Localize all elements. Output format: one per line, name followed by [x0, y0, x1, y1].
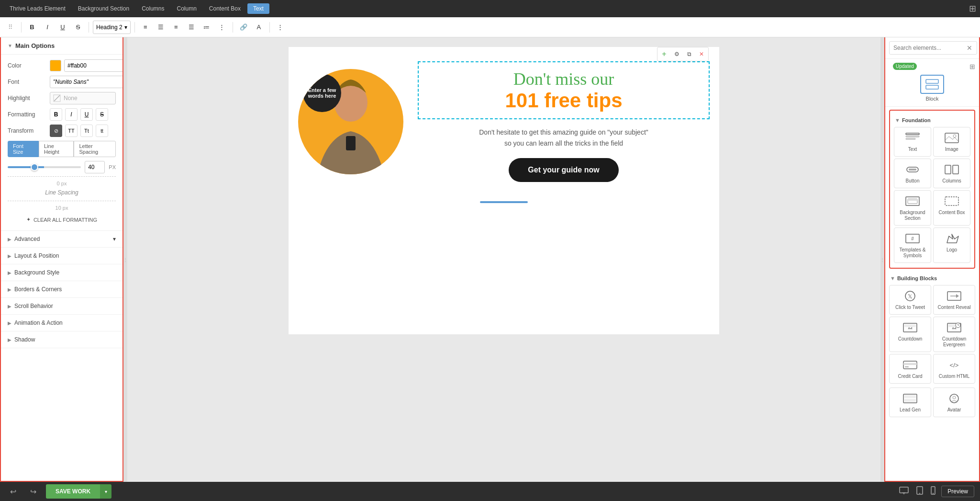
animation-action-header[interactable]: ▶ Animation & Action: [1, 315, 122, 331]
element-card-text[interactable]: Text: [894, 127, 931, 157]
editor-toolbar: ⠿ B I U S Heading 2 ▾ ≡ ☰ ≡ ☰ ≔ ⋮ 🔗 A ⋮: [0, 17, 980, 37]
format-bold-btn[interactable]: B: [50, 108, 62, 121]
nav-columns[interactable]: Columns: [136, 3, 170, 14]
preview-button[interactable]: Preview: [941, 486, 974, 497]
text-add-btn[interactable]: +: [659, 49, 669, 59]
scroll-behavior-header[interactable]: ▶ Scroll Behavior: [1, 298, 122, 314]
element-card-click-tweet[interactable]: 𝕏 Click to Tweet: [889, 285, 931, 315]
align-right-button[interactable]: ≡: [169, 21, 183, 34]
image-element-label: Image: [945, 147, 958, 152]
svg-rect-43: [900, 487, 908, 493]
font-size-unit: PX: [109, 164, 116, 170]
line-height-tab[interactable]: Line Height: [39, 141, 74, 157]
redo-button[interactable]: ↪: [26, 484, 40, 499]
nav-content-box[interactable]: Content Box: [203, 3, 246, 14]
list-ol-button[interactable]: ⋮: [215, 21, 229, 34]
circle-image: Enter a few words here: [298, 69, 403, 174]
search-elements-input[interactable]: [889, 41, 977, 55]
color-input[interactable]: [64, 59, 123, 72]
align-center-button[interactable]: ☰: [154, 21, 167, 34]
right-resize-handle[interactable]: ⋮: [880, 37, 884, 482]
block-icon-section: Block: [885, 72, 979, 107]
letter-spacing-tab[interactable]: Letter Spacing: [74, 141, 116, 157]
svg-line-0: [54, 95, 60, 101]
format-strikethrough-btn[interactable]: S: [96, 108, 108, 121]
svg-text:</>: </>: [950, 362, 959, 369]
save-work-button[interactable]: SAVE WORK: [46, 484, 100, 499]
click-tweet-icon: 𝕏: [902, 289, 919, 303]
svg-rect-13: [909, 169, 916, 171]
text-settings-btn[interactable]: ⚙: [671, 49, 682, 59]
text-box-selected[interactable]: + ⚙ ⧉ ✕ Don't miss our 101 free tips: [418, 61, 710, 119]
search-clear-icon[interactable]: ✕: [967, 44, 972, 52]
advanced-header[interactable]: ▶ Advanced ▾: [1, 231, 122, 247]
nav-expand-icon[interactable]: ⊞: [969, 3, 976, 14]
nav-text[interactable]: Text: [247, 3, 269, 14]
no-highlight-icon: [53, 94, 61, 102]
font-size-slider[interactable]: [8, 166, 81, 168]
spacing-top-line: [8, 176, 116, 177]
panel-collapse-arrow[interactable]: ▼: [8, 43, 12, 48]
layout-position-header[interactable]: ▶ Layout & Position: [1, 248, 122, 264]
save-work-dropdown-button[interactable]: ▾: [100, 484, 111, 499]
align-left-button[interactable]: ≡: [139, 21, 152, 34]
svg-rect-14: [945, 165, 951, 174]
desktop-view-button[interactable]: [897, 485, 911, 498]
cta-button[interactable]: Get your guide now: [509, 158, 618, 182]
extra2-icon: [946, 392, 963, 405]
block-icon[interactable]: [920, 75, 944, 94]
element-card-extra2[interactable]: Avatar: [933, 387, 975, 417]
mobile-view-button[interactable]: [929, 484, 937, 499]
element-card-credit-card[interactable]: Credit Card: [889, 354, 931, 384]
color-button[interactable]: A: [252, 21, 266, 34]
borders-corners-header[interactable]: ▶ Borders & Corners: [1, 281, 122, 297]
italic-button[interactable]: I: [41, 21, 54, 34]
expand-icon[interactable]: ⊞: [969, 63, 975, 70]
element-card-button[interactable]: Button: [894, 159, 931, 188]
element-card-content-reveal[interactable]: Content Reveal: [933, 285, 975, 315]
text-delete-btn[interactable]: ✕: [696, 49, 707, 59]
tablet-view-button[interactable]: [914, 484, 925, 499]
element-card-background[interactable]: Background Section: [894, 190, 931, 226]
element-card-image[interactable]: Image: [933, 127, 970, 157]
background-style-header[interactable]: ▶ Background Style: [1, 264, 122, 281]
element-card-custom-html[interactable]: </> Custom HTML: [933, 354, 975, 384]
transform-uppercase-btn[interactable]: TT: [65, 125, 78, 137]
left-resize-handle[interactable]: ⋮: [123, 37, 127, 482]
underline-button[interactable]: U: [56, 21, 69, 34]
align-justify-button[interactable]: ☰: [185, 21, 198, 34]
element-card-extra1[interactable]: Lead Gen: [889, 387, 931, 417]
more-options-button[interactable]: ⋮: [274, 21, 287, 34]
transform-none-btn[interactable]: ⊘: [50, 125, 62, 137]
svg-rect-6: [926, 85, 938, 89]
list-ul-button[interactable]: ≔: [200, 21, 213, 34]
text-copy-btn[interactable]: ⧉: [684, 49, 694, 59]
element-card-templates[interactable]: # Templates & Symbols: [894, 228, 931, 263]
strikethrough-button[interactable]: S: [71, 21, 85, 34]
element-card-logo[interactable]: Logo: [933, 228, 970, 263]
transform-capitalize-btn[interactable]: Tt: [80, 125, 93, 137]
heading-select[interactable]: Heading 2 ▾: [93, 21, 131, 34]
element-card-content-box[interactable]: Content Box: [933, 190, 970, 226]
element-card-countdown[interactable]: 12 Countdown: [889, 317, 931, 352]
nav-column[interactable]: Column: [171, 3, 202, 14]
format-underline-btn[interactable]: U: [80, 108, 93, 121]
circle-overlay-text[interactable]: Enter a few words here: [303, 74, 341, 112]
nav-thrive-leads[interactable]: Thrive Leads Element: [4, 3, 71, 14]
font-size-input[interactable]: [85, 161, 105, 173]
bold-button[interactable]: B: [25, 21, 39, 34]
clear-formatting-button[interactable]: ✦ CLEAR ALL FORMATTING: [8, 214, 116, 226]
color-swatch[interactable]: [50, 60, 61, 71]
element-card-countdown-evergreen[interactable]: 12 Countdown Evergreen: [933, 317, 975, 352]
transform-lowercase-btn[interactable]: tt: [96, 125, 108, 137]
format-italic-btn[interactable]: I: [65, 108, 78, 121]
element-card-columns[interactable]: Columns: [933, 159, 970, 188]
font-size-tab[interactable]: Font Size: [8, 141, 39, 157]
shadow-header[interactable]: ▶ Shadow: [1, 331, 122, 348]
highlight-box[interactable]: None: [50, 92, 116, 104]
canvas-area[interactable]: Enter a few words here: [127, 37, 880, 482]
nav-background-section[interactable]: Background Section: [72, 3, 135, 14]
link-button[interactable]: 🔗: [237, 21, 250, 34]
undo-button[interactable]: ↩: [6, 484, 20, 499]
font-input[interactable]: [50, 76, 123, 88]
